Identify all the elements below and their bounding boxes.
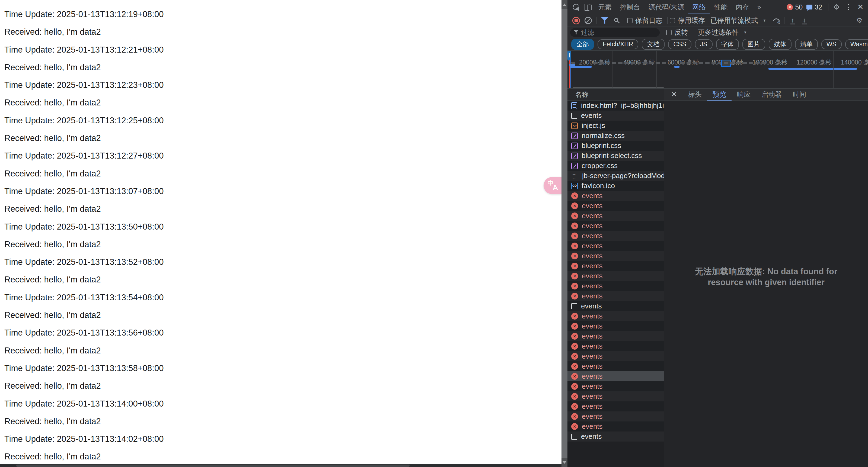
more-tabs-button[interactable]: » [753,0,765,14]
request-row[interactable]: events [567,311,664,321]
request-row[interactable]: events [567,321,664,331]
type-chip-全部[interactable]: 全部 [571,39,594,50]
page-horizontal-scrollbar[interactable] [0,464,561,467]
error-request-icon [571,242,578,249]
request-row[interactable]: events [567,261,664,271]
issue-count[interactable]: 32 [814,3,822,11]
chevron-down-icon[interactable]: ▼ [763,19,766,23]
detail-tab-时间[interactable]: 时间 [787,89,812,101]
pending-request-icon [571,303,577,309]
devtools-tab-性能[interactable]: 性能 [710,0,732,14]
type-chip-CSS[interactable]: CSS [668,39,691,49]
record-network-log-button[interactable] [570,14,582,27]
horizontal-scrollbar-thumb[interactable] [16,465,410,467]
scroll-up-button[interactable] [561,0,567,9]
detail-tab-标头[interactable]: 标头 [683,89,707,101]
type-chip-JS[interactable]: JS [695,39,713,49]
request-row[interactable]: events [567,271,664,281]
devtools-tab-控制台[interactable]: 控制台 [616,0,644,14]
network-conditions-icon [772,18,780,24]
overview-left-handle[interactable] [567,51,571,61]
detail-tab-响应[interactable]: 响应 [732,89,756,101]
request-row[interactable]: events [567,231,664,241]
settings-gear-icon[interactable]: ⚙ [831,1,842,13]
network-conditions-button[interactable] [770,14,782,27]
close-detail-icon[interactable]: ✕ [668,89,680,101]
request-name: events [582,382,603,391]
import-har-button[interactable]: ↑ [786,14,799,27]
request-row[interactable]: events [567,371,664,381]
type-chip-媒体[interactable]: 媒体 [769,39,792,50]
issues-bubble-icon[interactable] [806,5,812,9]
filter-input[interactable]: 过滤 [570,28,660,37]
invert-filter-checkbox[interactable] [666,30,672,35]
throttling-select[interactable]: 已停用节流模式 [710,16,758,25]
request-row[interactable]: events [567,281,664,291]
page-vertical-scrollbar[interactable] [561,0,567,467]
requests-name-header[interactable]: 名称 [567,89,664,101]
request-row[interactable]: events [567,241,664,251]
request-row[interactable]: inject.js [567,121,664,131]
request-row[interactable]: events [567,401,664,411]
network-settings-gear-icon[interactable]: ⚙ [854,14,865,27]
kebab-menu-icon[interactable]: ⋮ [842,1,855,13]
preserve-log-checkbox[interactable] [627,18,632,23]
request-row[interactable]: favicon.ico [567,181,664,191]
request-row[interactable]: index.html?_ijt=b8jhhbjhj1i... [567,101,664,110]
clear-network-log-button[interactable] [582,14,594,27]
request-row[interactable]: events [567,361,664,371]
request-row[interactable]: events [567,341,664,351]
export-icon: ↓ [802,17,807,24]
type-chip-字体[interactable]: 字体 [716,39,739,50]
request-row[interactable]: blueprint-select.css [567,151,664,161]
request-row[interactable]: events [567,201,664,211]
devtools-tab-元素[interactable]: 元素 [594,0,616,14]
device-toolbar-button[interactable] [582,1,594,13]
type-chip-WS[interactable]: WS [822,39,842,49]
error-request-icon [571,293,578,300]
request-row[interactable]: events [567,221,664,231]
request-row[interactable]: jb-server-page?reloadMode... [567,171,664,181]
inspect-element-button[interactable] [570,1,582,13]
request-row[interactable]: events [567,422,664,432]
network-overview-timeline[interactable]: 20000 毫秒40000 毫秒60000 毫秒80000 毫秒100000 毫… [567,51,868,89]
search-button[interactable] [611,14,622,27]
request-row[interactable]: events [567,331,664,341]
filter-toggle-button[interactable] [599,14,611,27]
request-row[interactable]: events [567,191,664,201]
more-filters-button[interactable]: 更多过滤条件 [698,28,739,37]
scroll-down-button[interactable] [561,458,567,467]
detail-tab-预览[interactable]: 预览 [707,89,732,101]
type-chip-文档[interactable]: 文档 [642,39,664,50]
request-row[interactable]: events [567,291,664,301]
devtools-tab-网络[interactable]: 网络 [688,0,710,14]
request-row[interactable]: events [567,432,664,441]
type-chip-Fetch/XHR[interactable]: Fetch/XHR [597,39,638,49]
devtools-tab-源代码/来源[interactable]: 源代码/来源 [644,0,688,14]
request-row[interactable]: blueprint.css [567,141,664,151]
request-row[interactable]: events [567,411,664,422]
request-row[interactable]: events [567,381,664,391]
type-chip-清单[interactable]: 清单 [795,39,818,50]
type-chip-Wasm[interactable]: Wasm [845,39,868,49]
request-row[interactable]: events [567,211,664,221]
detail-tab-启动器[interactable]: 启动器 [756,89,787,101]
translate-floating-button[interactable]: 中 A [544,177,561,194]
request-row[interactable]: events [567,251,664,261]
request-row[interactable]: events [567,351,664,361]
request-name: events [582,252,603,260]
vertical-scrollbar-thumb[interactable] [561,9,567,458]
close-devtools-icon[interactable]: ✕ [855,1,866,13]
request-row[interactable]: cropper.css [567,161,664,171]
request-row[interactable]: events [567,391,664,401]
type-chip-图片[interactable]: 图片 [742,39,765,50]
error-count[interactable]: 50 [795,3,803,11]
request-row[interactable]: events [567,301,664,311]
disable-cache-checkbox[interactable] [670,18,675,23]
error-count-icon[interactable]: ✕ [786,4,793,10]
export-har-button[interactable]: ↓ [799,14,810,27]
devtools-tab-内存[interactable]: 内存 [732,0,753,14]
request-row[interactable]: events [567,110,664,121]
chevron-down-icon[interactable]: ▼ [744,30,747,34]
request-row[interactable]: normalize.css [567,131,664,141]
